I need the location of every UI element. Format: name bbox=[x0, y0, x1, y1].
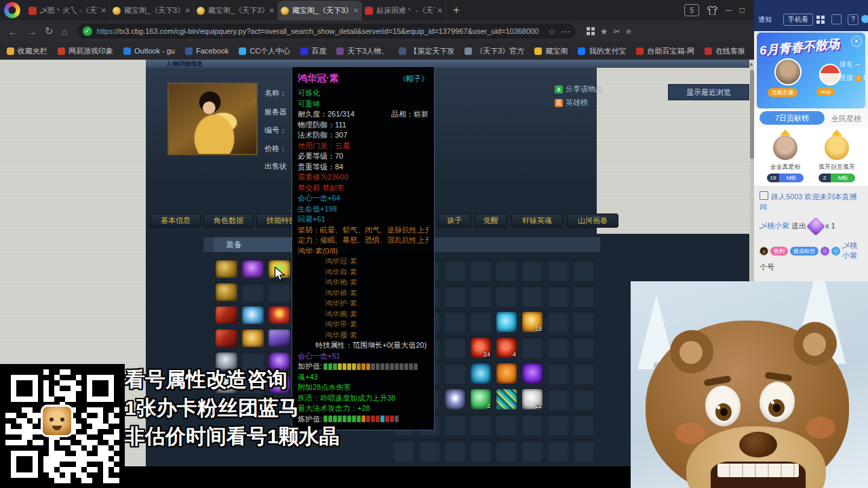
bag-grid-cell[interactable] bbox=[521, 413, 544, 436]
bag-grid-cell[interactable] bbox=[547, 336, 570, 359]
snip-scissors-icon[interactable]: ✂ bbox=[613, 26, 620, 37]
worn-grid-cell[interactable] bbox=[267, 282, 292, 302]
equip-item-greenp[interactable]: 3 bbox=[471, 389, 491, 409]
bag-grid-cell[interactable] bbox=[443, 362, 467, 385]
equip-item-orb[interactable] bbox=[242, 260, 264, 278]
game-tab-1[interactable]: 基本信息 bbox=[151, 214, 201, 228]
tab-close-icon[interactable]: ✕ bbox=[437, 7, 443, 14]
bag-grid-cell[interactable] bbox=[572, 362, 595, 385]
event-banner[interactable]: 6月青春不散场 ✕ 当前主播 mvp 排名 -- 星值 7 0 bbox=[757, 33, 865, 108]
apps-grid-icon[interactable] bbox=[587, 27, 595, 35]
bag-grid-cell[interactable] bbox=[521, 336, 544, 359]
bag-grid-cell[interactable] bbox=[572, 413, 595, 436]
hero-rank-row[interactable]: 英 英雄榜 bbox=[555, 98, 603, 108]
scroll-up-icon[interactable]: ▲ bbox=[749, 61, 754, 67]
bookmark-item[interactable]: 【策定天下攻 bbox=[399, 46, 454, 56]
bag-grid-cell[interactable] bbox=[469, 285, 492, 308]
bag-grid-cell[interactable] bbox=[547, 439, 570, 462]
apps-grid-icon[interactable] bbox=[816, 16, 825, 24]
bookmark-item[interactable]: 天下3人物、 bbox=[336, 46, 389, 56]
equip-item-fire[interactable]: 18 bbox=[522, 312, 542, 332]
bookmark-item[interactable]: 在线客服 bbox=[705, 46, 745, 56]
tab-close-icon[interactable]: ✕ bbox=[101, 7, 106, 14]
reload-icon[interactable]: ↻ bbox=[45, 25, 54, 37]
bag-grid-cell[interactable] bbox=[418, 439, 441, 462]
bag-grid-cell[interactable] bbox=[443, 439, 467, 462]
bag-grid-cell[interactable] bbox=[547, 388, 570, 411]
bookmark-item[interactable]: 百度 bbox=[300, 46, 326, 56]
equip-item-orange[interactable] bbox=[496, 363, 517, 384]
bag-grid-cell[interactable] bbox=[469, 439, 492, 462]
bookmark-item[interactable]: Outlook - gu bbox=[123, 47, 175, 55]
bag-grid-cell[interactable] bbox=[469, 413, 492, 436]
recent-views-button[interactable]: 显示最近浏览 bbox=[668, 84, 749, 100]
tab-star-ranking[interactable]: 全民星榜 bbox=[831, 114, 861, 124]
bag-grid-cell[interactable] bbox=[572, 388, 595, 411]
browser-tab[interactable]: 藏宝阁_《天下3》官方线✕ bbox=[278, 1, 362, 20]
equip-item-blade[interactable] bbox=[216, 329, 237, 347]
bag-grid-cell[interactable] bbox=[572, 259, 595, 282]
equip-item-ringr[interactable]: 24 bbox=[471, 338, 491, 358]
bookmark-item[interactable]: 网易游戏印象 bbox=[58, 46, 113, 56]
fan-card[interactable]: 孤芳自赏孤芳2M粉 bbox=[812, 130, 861, 182]
mvp-avatar[interactable] bbox=[819, 64, 841, 85]
game-tab-right-3[interactable]: 轩辕英魂 bbox=[511, 214, 563, 228]
bag-grid-cell[interactable] bbox=[521, 439, 544, 462]
bag-grid-cell[interactable] bbox=[572, 439, 595, 462]
bag-grid-cell[interactable] bbox=[495, 259, 518, 282]
equip-item-feather[interactable] bbox=[471, 363, 491, 384]
game-tab-right-2[interactable]: 觉醒 bbox=[475, 214, 507, 228]
fan-card[interactable]: 金金真爱粉19M粉 bbox=[761, 130, 810, 182]
forward-icon[interactable]: → bbox=[26, 26, 37, 37]
browser-tab[interactable]: 藏宝阁_《天下3》官方线✕ bbox=[110, 1, 194, 20]
bag-grid-cell[interactable] bbox=[469, 259, 492, 282]
help-icon[interactable]: ? bbox=[848, 14, 859, 25]
bag-grid-cell[interactable] bbox=[572, 336, 595, 359]
browser-tab[interactable]: 起床困难丶 -《天下3》✕ bbox=[362, 1, 446, 20]
banner-close-icon[interactable]: ✕ bbox=[851, 36, 862, 47]
equip-section-tab[interactable]: 装备 bbox=[214, 237, 295, 252]
equip-item-shell[interactable]: 22 bbox=[522, 389, 542, 409]
notice-label[interactable]: 通知 bbox=[758, 15, 772, 24]
browser-tab[interactable]: 乄怒丶火乀 -《天下3》✕ bbox=[26, 1, 110, 20]
worn-grid-cell[interactable] bbox=[241, 282, 265, 302]
game-tab-2[interactable]: 角色数据 bbox=[203, 214, 254, 228]
equip-item-galaxy[interactable] bbox=[445, 389, 465, 409]
tab-close-icon[interactable]: ✕ bbox=[353, 7, 359, 14]
more-options-icon[interactable]: ⋯ bbox=[561, 26, 570, 37]
browser-logo-icon[interactable] bbox=[4, 2, 20, 18]
equip-item-glove[interactable] bbox=[216, 283, 237, 301]
bag-grid-cell[interactable] bbox=[392, 439, 415, 462]
bag-grid-cell[interactable] bbox=[443, 285, 467, 308]
equip-item-boot[interactable] bbox=[269, 329, 290, 347]
bookmark-item[interactable]: 自助百宝箱-网 bbox=[636, 46, 694, 56]
host-avatar[interactable] bbox=[774, 58, 802, 85]
bookmark-item[interactable]: 藏宝阁 bbox=[534, 46, 568, 56]
bag-grid-cell[interactable] bbox=[547, 310, 570, 333]
mobile-view-button[interactable]: 手机看 bbox=[783, 14, 813, 26]
bag-grid-cell[interactable] bbox=[443, 336, 467, 359]
favorites-star-icon[interactable]: ★ bbox=[600, 26, 608, 37]
new-tab-button[interactable]: + bbox=[446, 0, 467, 20]
bag-grid-cell[interactable] bbox=[469, 310, 492, 333]
window-box-icon[interactable] bbox=[831, 14, 842, 24]
equip-item-swirlb[interactable] bbox=[242, 306, 264, 324]
bag-grid-cell[interactable] bbox=[547, 362, 570, 385]
bookmark-star-icon[interactable]: ☆ bbox=[548, 26, 556, 37]
menu-icon[interactable]: ≡ bbox=[626, 26, 631, 37]
tab-close-icon[interactable]: ✕ bbox=[269, 7, 275, 14]
equip-item-purplec[interactable] bbox=[522, 363, 542, 384]
tab-close-icon[interactable]: ✕ bbox=[185, 7, 191, 14]
bookmark-item[interactable]: 收藏夹栏 bbox=[7, 46, 47, 56]
bag-grid-cell[interactable] bbox=[495, 285, 518, 308]
equip-item-glove[interactable] bbox=[216, 260, 237, 278]
tab-counter-badge[interactable]: 5 bbox=[684, 4, 699, 16]
bag-grid-cell[interactable] bbox=[443, 310, 467, 333]
bag-grid-cell[interactable] bbox=[547, 413, 570, 436]
bookmark-item[interactable]: CC个人中心 bbox=[239, 46, 290, 56]
minimize-button[interactable]: ─ bbox=[726, 5, 732, 15]
equip-item-ringr[interactable]: 4 bbox=[496, 338, 517, 358]
bookmark-item[interactable]: 《天下3》官方 bbox=[465, 46, 524, 56]
home-icon[interactable]: ⌂ bbox=[62, 26, 68, 37]
bag-grid-cell[interactable] bbox=[443, 259, 467, 282]
